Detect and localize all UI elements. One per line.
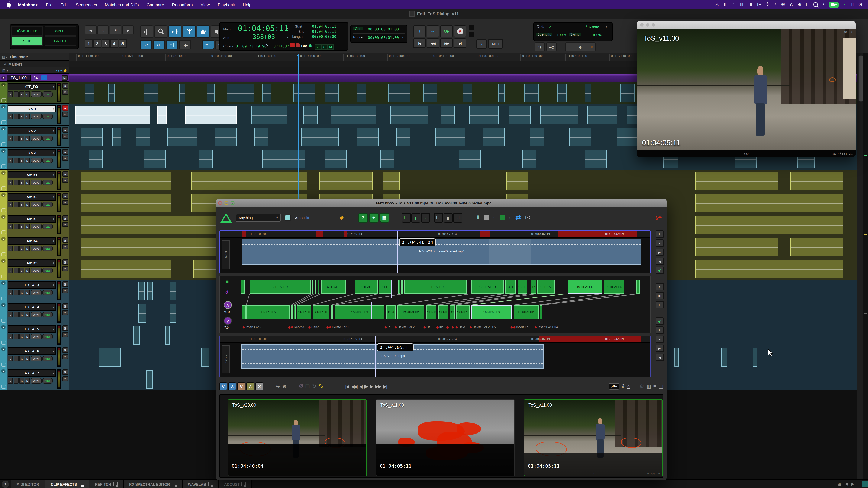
record-enable-button[interactable]: ● (8, 356, 13, 361)
healed-segment[interactable]: 13 HE (505, 280, 516, 294)
healed-segment[interactable]: 15 HE (518, 280, 527, 294)
healed-segment[interactable]: 21 HEALED (603, 280, 624, 294)
track-collapse-icon[interactable]: ▼ (1, 149, 6, 153)
zoom-right-button[interactable]: ▶ (122, 25, 134, 34)
autodiff-checkbox[interactable] (285, 215, 291, 221)
video-frame[interactable]: 05_1a ToS_v11.00 01:04:05:11 (637, 29, 856, 150)
collapse-chevron-icon[interactable]: ▼ (2, 481, 9, 488)
grid-note-value[interactable]: 1/16 note (584, 25, 599, 29)
healed-segment[interactable]: 7 HEALE (355, 280, 378, 294)
c-circle-icon[interactable]: © (766, 2, 769, 7)
audio-clip[interactable] (99, 348, 121, 366)
filmstrip-icon[interactable]: ▥ (740, 2, 744, 7)
go-first-button[interactable]: |◀ (345, 384, 349, 389)
prev-match-button[interactable]: |← (402, 213, 411, 222)
audio-clip[interactable] (226, 84, 254, 102)
audio-clip[interactable] (85, 84, 94, 102)
healed-segment[interactable]: 10 HEALED (335, 305, 384, 319)
audio-clip[interactable] (170, 282, 176, 300)
healed-segment[interactable]: 18 HEAL (456, 305, 470, 319)
grid-value[interactable]: 00:00:00:01.00 (368, 27, 399, 32)
zoom-preset-4[interactable]: 4 (110, 39, 118, 48)
record-enable-button[interactable]: ● (8, 135, 13, 141)
audio-clip[interactable] (207, 84, 215, 102)
menu-item-view[interactable]: View (197, 2, 214, 7)
dots-icon[interactable]: ∴ (732, 2, 735, 7)
audio-clip[interactable] (186, 106, 237, 124)
comments-icon[interactable]: ✉ (62, 134, 68, 139)
audio-clip[interactable] (585, 150, 607, 168)
track-name-dropdown[interactable]: ▼ (53, 328, 55, 330)
mode-grid-button[interactable]: GRID▼ (44, 36, 76, 46)
m-button[interactable]: M (25, 378, 30, 384)
playlist-window-icon[interactable]: ▣ (62, 259, 68, 265)
timebase-icon[interactable]: ◉ (309, 43, 312, 48)
current-match-button[interactable]: ▮ (411, 213, 420, 222)
edit-marker[interactable]: ◆De (423, 325, 430, 329)
audio-clip[interactable] (390, 106, 428, 124)
group-sync-icon[interactable]: ○ (41, 75, 47, 80)
clip-pair-icon[interactable]: ❏ (305, 384, 310, 389)
i-button[interactable]: I (13, 158, 19, 163)
healed-segment[interactable]: 19 HEALED (568, 280, 602, 294)
i-button[interactable]: I (13, 246, 19, 251)
edit-marker[interactable]: ◆Insert For 1:04 (534, 325, 558, 329)
sync-icon[interactable]: ◔◑ ▾ (55, 68, 62, 72)
nudge-value[interactable]: 00:00:00:01.00 (368, 36, 399, 40)
zoom-track-button[interactable]: ≡ (110, 25, 122, 34)
menu-item-sequences[interactable]: Sequences (72, 2, 101, 7)
video-window[interactable]: 05_1a ToS_v11.00 01:04:05:11 552 18:48:5… (637, 21, 856, 157)
settings-button[interactable]: ⚙ (565, 42, 596, 52)
audio-clip[interactable] (524, 84, 538, 102)
audio-clip[interactable] (674, 348, 679, 366)
match-thumbnail-2[interactable]: ToS_v11.0001:04:05:1155218:48:51:21 (524, 399, 663, 476)
s-button[interactable]: S (19, 268, 24, 273)
push-down-button[interactable]: ↓ (655, 301, 664, 308)
track-name[interactable]: FX_A_7▼ (8, 369, 56, 377)
go-last-button[interactable]: ▶| (383, 384, 387, 389)
layer-button-x4[interactable]: X (255, 382, 264, 390)
healed-segment[interactable]: 10 HEALED (404, 280, 467, 294)
track-name-dropdown[interactable]: ▼ (53, 107, 55, 110)
audio-clip[interactable] (262, 84, 272, 102)
read-automation-button[interactable]: read (42, 356, 53, 361)
link-track-button[interactable]: ≡·| (166, 40, 178, 49)
audio-clip[interactable] (293, 84, 315, 102)
video-clip[interactable]: ToS_v23.00_FinalGraded.mp4 (242, 239, 641, 265)
playlist-window-icon[interactable]: ▣ (62, 215, 68, 221)
read-automation-button[interactable]: read (42, 113, 53, 119)
healed-segment[interactable]: 13 HE (426, 305, 436, 319)
audio-clip[interactable] (424, 84, 438, 102)
zoom-preset-1[interactable]: 1 (85, 39, 93, 48)
zoom-out-icon[interactable]: ⊖ (276, 384, 280, 389)
grid-label[interactable]: Grid (353, 27, 363, 31)
sub-counter[interactable]: 368+03 (253, 33, 275, 41)
healed-segment[interactable]: 17 (530, 280, 536, 294)
track-collapse-icon[interactable]: ▼ (1, 193, 6, 197)
audio-clip[interactable] (331, 106, 376, 124)
apple-logo-icon[interactable] (6, 1, 11, 8)
nudge-dropdown[interactable]: ▼ (402, 36, 404, 39)
healed-segment[interactable]: 11 H (379, 280, 392, 294)
wave-view-button[interactable]: wave (31, 158, 42, 163)
audio-clip[interactable] (540, 106, 578, 124)
playhead-cursor-icon[interactable]: ▼ (296, 54, 300, 58)
track-name-dropdown[interactable]: ▼ (53, 284, 55, 286)
preset-dropdown[interactable]: Anything ▲▼ (236, 213, 281, 222)
go-to-start-button[interactable]: |◀ (413, 38, 426, 48)
page-right-icon[interactable]: ▶ (851, 482, 855, 486)
filmstrip-icon[interactable]: ▥ (646, 384, 651, 389)
swirl-icon[interactable]: ◉ (781, 2, 785, 7)
rev-target-button[interactable]: ◀ (655, 354, 664, 361)
time-machine-icon[interactable]: ◷ (858, 2, 862, 7)
track-options-row[interactable]: ▥ ▾ ◔◑ ▾ ⬟ (0, 67, 69, 74)
wave-view-button[interactable]: wave (31, 135, 42, 141)
video-window-titlebar[interactable] (637, 21, 856, 29)
tab-transient-button[interactable]: →|< (140, 40, 152, 49)
zoomer-tool-button[interactable] (154, 25, 167, 38)
read-automation-button[interactable]: read (42, 268, 53, 273)
length-value[interactable]: 00:00:00:00 (312, 34, 336, 39)
wave-view-button[interactable]: wave (31, 356, 42, 361)
edit-marker[interactable]: ◆R (384, 325, 390, 329)
audio-clip[interactable] (167, 128, 197, 146)
